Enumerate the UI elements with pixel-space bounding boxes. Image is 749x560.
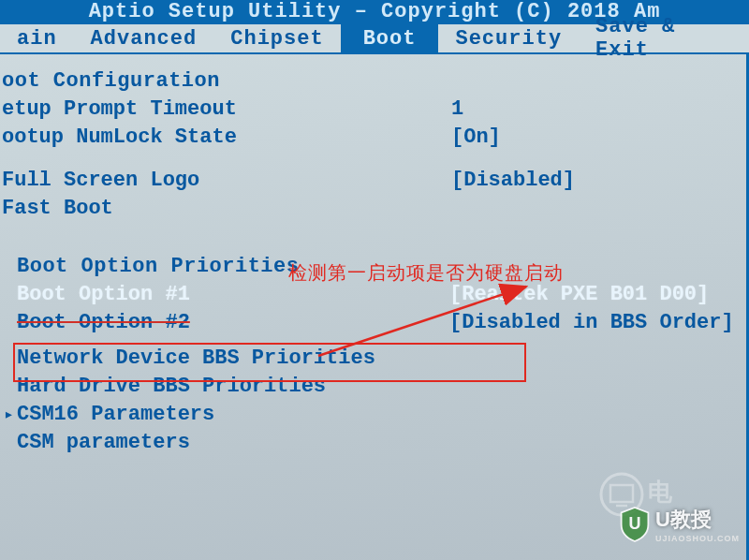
boot-configuration-header: oot Configuration bbox=[0, 67, 746, 96]
setup-prompt-timeout-row[interactable]: etup Prompt Timeout 1 bbox=[0, 96, 746, 124]
svg-rect-3 bbox=[610, 485, 633, 502]
setup-prompt-timeout-value: 1 bbox=[451, 96, 463, 124]
setup-prompt-timeout-label: etup Prompt Timeout bbox=[2, 96, 451, 124]
network-bbs-label: Network Device BBS Priorities bbox=[17, 345, 375, 373]
fast-boot-row[interactable]: Fast Boot bbox=[0, 195, 746, 223]
menu-security[interactable]: Security bbox=[438, 24, 579, 53]
menu-main[interactable]: ain bbox=[0, 24, 74, 53]
bootup-numlock-label: ootup NumLock State bbox=[2, 124, 451, 152]
csm16-label: CSM16 Parameters bbox=[17, 401, 214, 429]
watermark-ujiaoshou: U U教授 UJIAOSHOU.COM bbox=[618, 506, 740, 543]
watermark-brand: U教授 bbox=[655, 506, 740, 534]
menu-bar: ain Advanced Chipset Boot Security Save … bbox=[0, 24, 749, 54]
harddrive-bbs-row[interactable]: Hard Drive BBS Priorities bbox=[0, 373, 746, 401]
csm16-row[interactable]: ▸ CSM16 Parameters bbox=[0, 401, 746, 429]
shield-icon: U bbox=[618, 506, 652, 543]
menu-boot[interactable]: Boot bbox=[341, 24, 439, 53]
csm-label: CSM parameters bbox=[17, 429, 190, 457]
fast-boot-label: Fast Boot bbox=[2, 195, 451, 223]
svg-text:U: U bbox=[628, 514, 640, 533]
menu-advanced[interactable]: Advanced bbox=[74, 24, 214, 53]
bios-setup-screen: Aptio Setup Utility – Copyright (C) 2018… bbox=[0, 0, 749, 560]
boot-option-2-row[interactable]: Boot Option #2 [Disabled in BBS Order] bbox=[0, 309, 746, 337]
submenu-arrow-icon: ▸ bbox=[4, 401, 14, 429]
csm-row[interactable]: CSM parameters bbox=[0, 429, 746, 457]
bootup-numlock-value: [On] bbox=[451, 124, 501, 152]
boot-option-2-value: [Disabled in BBS Order] bbox=[449, 309, 734, 337]
network-bbs-row[interactable]: Network Device BBS Priorities bbox=[0, 345, 746, 373]
title-text: Aptio Setup Utility – Copyright (C) 2018… bbox=[89, 0, 661, 23]
menu-chipset[interactable]: Chipset bbox=[213, 24, 340, 53]
harddrive-bbs-label: Hard Drive BBS Priorities bbox=[17, 373, 326, 401]
boot-option-2-label: Boot Option #2 bbox=[17, 309, 449, 337]
bootup-numlock-row[interactable]: ootup NumLock State [On] bbox=[0, 124, 746, 152]
watermark-url: UJIAOSHOU.COM bbox=[655, 534, 740, 543]
svg-text:电: 电 bbox=[648, 479, 673, 506]
fullscreen-logo-row[interactable]: Full Screen Logo [Disabled] bbox=[0, 167, 746, 195]
fullscreen-logo-value: [Disabled] bbox=[451, 167, 575, 195]
fullscreen-logo-label: Full Screen Logo bbox=[2, 167, 451, 195]
annotation-text: 检测第一启动项是否为硬盘启动 bbox=[288, 260, 564, 286]
